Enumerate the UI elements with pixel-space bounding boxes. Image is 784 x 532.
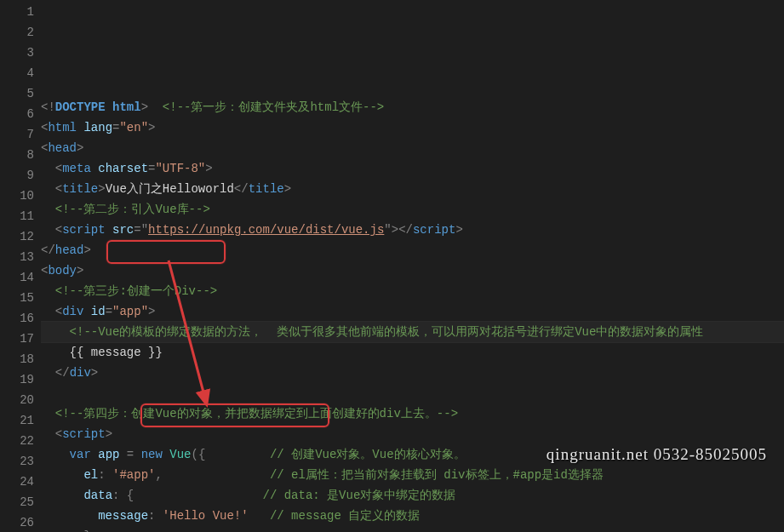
code-token: var (70, 448, 91, 461)
code-line[interactable]: <!--第三步:创建一个Div--> (41, 281, 784, 301)
code-token: = (134, 223, 140, 237)
code-line[interactable]: <!--第二步：引入Vue库--> (41, 199, 784, 220)
code-token (41, 448, 70, 461)
code-token: </ (234, 182, 249, 196)
code-token: " (141, 223, 148, 237)
code-line[interactable] (41, 383, 784, 403)
code-token (41, 182, 55, 196)
code-token: // message 自定义的数据 (270, 509, 420, 523)
line-number: 18 (0, 349, 34, 369)
code-token (41, 407, 55, 420)
code-token (41, 284, 55, 298)
code-token: > (98, 182, 105, 196)
code-token: <!--第四步：创建Vue的对象，并把数据绑定到上面创建好的div上去。--> (55, 407, 458, 420)
line-number: 4 (0, 63, 34, 83)
code-token: charset (98, 162, 148, 175)
code-token: " (384, 223, 391, 237)
line-number: 5 (0, 83, 34, 104)
code-token: > (77, 264, 83, 277)
code-line[interactable]: </div> (41, 363, 784, 383)
code-token: https://unpkg.com/vue/dist/vue.js (148, 223, 384, 237)
code-line[interactable]: <!DOCTYPE html> <!--第一步：创建文件夹及html文件--> (41, 97, 784, 117)
code-token: > (91, 366, 98, 380)
code-editor[interactable]: 1234567891011121314151617181920212223242… (0, 0, 784, 532)
code-line[interactable]: {{ message }} (41, 342, 784, 363)
code-token: data (83, 489, 112, 502)
code-line[interactable]: <!--第四步：创建Vue的对象，并把数据绑定到上面创建好的div上去。--> (41, 403, 784, 424)
line-number: 6 (0, 104, 34, 124)
code-token: > (141, 100, 148, 114)
code-line[interactable]: <div id="app"> (41, 301, 784, 322)
code-token (41, 489, 83, 502)
code-token: id (91, 305, 106, 318)
code-token: <!--第三步:创建一个Div--> (55, 284, 217, 298)
code-token: script (62, 223, 105, 237)
code-token: html (48, 121, 77, 134)
code-token (41, 325, 70, 339)
code-token: DOCTYPE html (55, 100, 141, 114)
code-token: app (98, 448, 119, 461)
code-line[interactable]: <!--Vue的模板的绑定数据的方法， 类似于很多其他前端的模板，可以用两对花括… (41, 322, 784, 342)
line-number: 10 (0, 186, 34, 206)
code-line[interactable]: <html lang="en"> (41, 117, 784, 138)
line-number: 14 (0, 267, 34, 288)
code-token (41, 162, 55, 175)
code-token: <!--第二步：引入Vue库--> (55, 203, 210, 216)
code-token: : (98, 468, 105, 482)
code-line[interactable]: message: 'Hello Vue!' // message 自定义的数据 (41, 506, 784, 526)
code-line[interactable]: el: '#app', // el属性：把当前对象挂载到 div标签上，#app… (41, 465, 784, 485)
line-number: 12 (0, 226, 34, 247)
code-token: < (55, 427, 62, 441)
code-token: "en" (119, 121, 148, 134)
code-token: < (55, 162, 62, 175)
code-token (91, 448, 98, 461)
code-line[interactable]: var app = new Vue({ // 创建Vue对象。Vue的核心对象。 (41, 444, 784, 465)
code-token: > (284, 182, 291, 196)
code-area[interactable]: qingruanit.net 0532-85025005 <!DOCTYPE h… (41, 0, 784, 532)
code-line[interactable]: <body> (41, 260, 784, 281)
code-token: message (98, 509, 148, 523)
code-token: { (127, 489, 134, 502)
line-number: 20 (0, 390, 34, 410)
line-number: 16 (0, 308, 34, 329)
code-token: ></ (392, 223, 413, 237)
code-line[interactable]: <script> (41, 424, 784, 444)
code-line[interactable]: <script src="https://unpkg.com/vue/dist/… (41, 220, 784, 240)
code-token: // el属性：把当前对象挂载到 div标签上，#app是id选择器 (270, 468, 604, 482)
code-token: "app" (112, 305, 148, 318)
code-token: script (413, 223, 455, 237)
code-line[interactable]: } (41, 526, 784, 532)
code-token (41, 509, 98, 523)
code-token (106, 223, 112, 237)
line-number: 15 (0, 288, 34, 308)
code-token: <! (41, 100, 55, 114)
code-token: > (205, 162, 212, 175)
code-token (163, 468, 270, 482)
code-line[interactable]: <title>Vue入门之Helloworld</title> (41, 179, 784, 199)
code-line[interactable]: <head> (41, 138, 784, 158)
code-line[interactable]: <meta charset="UTF-8"> (41, 158, 784, 179)
line-number: 22 (0, 431, 34, 451)
code-token: src (112, 223, 134, 237)
line-number: 7 (0, 124, 34, 145)
code-token: Vue入门之Helloworld (106, 182, 234, 196)
code-line[interactable]: </head> (41, 240, 784, 260)
code-token: > (455, 223, 462, 237)
code-line[interactable]: data: { // data: 是Vue对象中绑定的数据 (41, 485, 784, 506)
line-number: 9 (0, 165, 34, 186)
code-token: </ (55, 366, 70, 380)
code-token: Vue (169, 448, 191, 461)
code-token: </ (41, 243, 55, 257)
code-token: '#app' (112, 468, 155, 482)
code-token: title (249, 182, 284, 196)
code-token: script (62, 427, 105, 441)
code-token: // data: 是Vue对象中绑定的数据 (262, 489, 455, 502)
code-token: , (155, 468, 162, 482)
code-token (205, 448, 270, 461)
line-number: 25 (0, 492, 34, 512)
code-token: < (55, 223, 62, 237)
line-number: 24 (0, 472, 34, 492)
code-token: > (148, 305, 155, 318)
code-token: title (62, 182, 98, 196)
code-token: <!--Vue的模板的绑定数据的方法， 类似于很多其他前端的模板，可以用两对花括… (70, 325, 704, 339)
